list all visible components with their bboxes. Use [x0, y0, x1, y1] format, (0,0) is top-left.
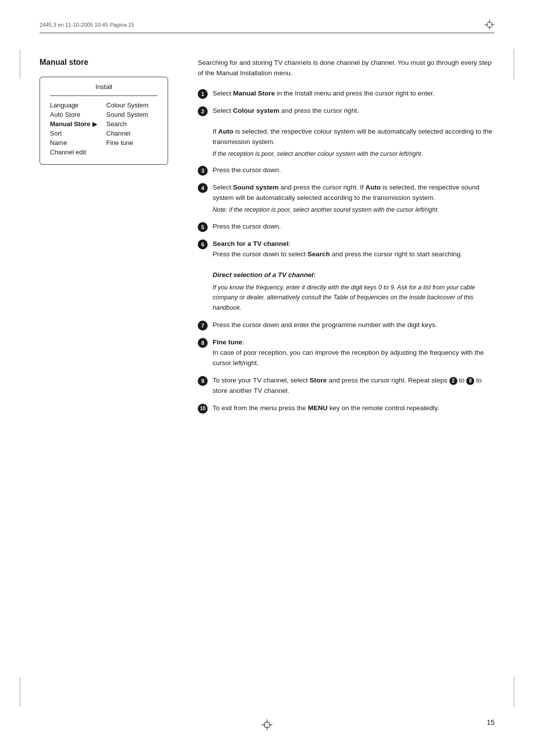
menu-item-colour-system: Colour System — [106, 101, 158, 109]
direct-selection-title: Direct selection of a TV channel: — [213, 270, 494, 281]
menu-item-sort: Sort — [50, 129, 101, 138]
section-title: Manual store — [40, 58, 178, 67]
main-content: Manual store Install Language Colour Sys… — [40, 58, 494, 421]
header-crosshair-icon — [485, 20, 494, 30]
step-2-italic: If the reception is poor, select another… — [213, 149, 494, 159]
direct-selection-text: If you know the frequency, enter it dire… — [213, 284, 475, 312]
step-10: 10 To exit from the menu press the MENU … — [198, 403, 494, 414]
right-column: Searching for and storing TV channels is… — [198, 58, 494, 421]
step-3: 3 Press the cursor down. — [198, 165, 494, 176]
step-5-number: 5 — [198, 222, 208, 232]
step-7: 7 Press the cursor down and enter the pr… — [198, 320, 494, 331]
step-3-content: Press the cursor down. — [213, 165, 494, 176]
step-1-number: 1 — [198, 89, 208, 99]
step-8: 8 Fine tune: In case of poor reception, … — [198, 337, 494, 369]
intro-text: Searching for and storing TV channels is… — [198, 58, 494, 79]
menu-item-channel-edit: Channel edit — [50, 148, 101, 156]
center-crosshair-bottom-icon — [262, 719, 272, 732]
step-1-content: Select Manual Store in the Install menu … — [213, 89, 494, 99]
menu-divider — [50, 95, 158, 96]
menu-item-sound-system: Sound System — [106, 110, 158, 119]
step-8-content: Fine tune: In case of poor reception, yo… — [213, 337, 494, 369]
menu-grid: Language Colour System Auto Store Sound … — [50, 101, 158, 156]
top-divider — [40, 33, 494, 33]
install-menu-title: Install — [50, 83, 158, 91]
menu-item-channel: Channel — [106, 129, 158, 138]
step-4-number: 4 — [198, 183, 208, 193]
step-7-number: 7 — [198, 321, 208, 331]
step-ref-8-icon: 8 — [466, 377, 474, 385]
install-menu-box: Install Language Colour System Auto Stor… — [40, 77, 168, 165]
page-header: 2445.3 en 11-10-2005 10:45 Pagina 15 — [40, 20, 494, 30]
step-4-italic: Note: if the reception is poor, select a… — [213, 205, 494, 215]
page-container: 2445.3 en 11-10-2005 10:45 Pagina 15 Man… — [0, 0, 534, 756]
step-9-number: 9 — [198, 376, 208, 386]
page-number: 15 — [487, 718, 494, 726]
step-2-content: Select Colour system and press the curso… — [213, 106, 494, 158]
left-margin-bottom-line — [20, 677, 20, 707]
step-3-number: 3 — [198, 166, 208, 176]
step-10-number: 10 — [198, 404, 208, 414]
step-6-number: 6 — [198, 239, 208, 249]
menu-item-manual-store: Manual Store ▶ — [50, 120, 101, 128]
step-6-content: Search for a TV channel: Press the curso… — [213, 239, 494, 313]
left-margin-top-line — [20, 49, 20, 79]
step-7-content: Press the cursor down and enter the prog… — [213, 320, 494, 331]
step-8-number: 8 — [198, 338, 208, 348]
step-10-content: To exit from the menu press the MENU key… — [213, 403, 494, 414]
step-2-number: 2 — [198, 106, 208, 116]
step-6: 6 Search for a TV channel: Press the cur… — [198, 239, 494, 313]
step-5: 5 Press the cursor down. — [198, 222, 494, 232]
steps-list: 1 Select Manual Store in the Install men… — [198, 89, 494, 414]
menu-item-auto-store: Auto Store — [50, 110, 101, 119]
right-margin-bottom-line — [514, 677, 514, 707]
step-2: 2 Select Colour system and press the cur… — [198, 106, 494, 158]
step-1: 1 Select Manual Store in the Install men… — [198, 89, 494, 99]
header-meta: 2445.3 en 11-10-2005 10:45 Pagina 15 — [40, 22, 134, 28]
left-column: Manual store Install Language Colour Sys… — [40, 58, 178, 421]
menu-item-language: Language — [50, 101, 101, 109]
menu-item-empty — [106, 148, 158, 156]
step-9: 9 To store your TV channel, select Store… — [198, 376, 494, 396]
step-4-content: Select Sound system and press the cursor… — [213, 183, 494, 215]
manual-store-arrow-icon: ▶ — [92, 121, 97, 128]
step-ref-2-icon: 2 — [449, 377, 457, 385]
step-9-content: To store your TV channel, select Store a… — [213, 376, 494, 396]
step-5-content: Press the cursor down. — [213, 222, 494, 232]
manual-store-label: Manual Store — [50, 120, 90, 128]
menu-item-name: Name — [50, 139, 101, 147]
menu-item-search: Search — [106, 120, 158, 128]
step-4: 4 Select Sound system and press the curs… — [198, 183, 494, 215]
menu-item-fine-tune: Fine tune — [106, 139, 158, 147]
right-margin-top-line — [514, 49, 514, 79]
